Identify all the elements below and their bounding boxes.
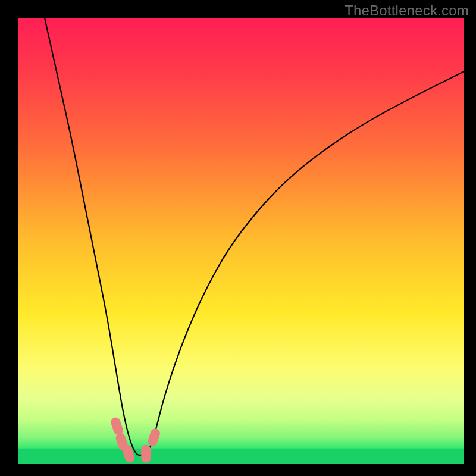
chart-svg (18, 18, 464, 464)
plot-area (18, 18, 464, 464)
heatmap-background (18, 18, 464, 464)
curve-marker (141, 445, 151, 463)
watermark-text: TheBottleneck.com (345, 2, 469, 19)
chart-frame: TheBottleneck.com (0, 0, 476, 476)
baseline-band (18, 449, 464, 464)
